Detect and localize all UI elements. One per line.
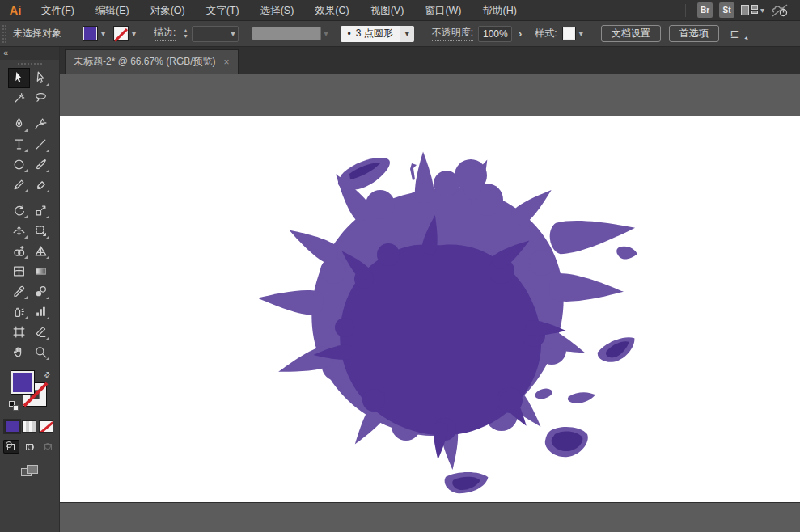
tool-curvature[interactable]: [30, 114, 52, 134]
stroke-chevron-icon[interactable]: ▾: [132, 30, 136, 38]
width-profile-dropdown[interactable]: [252, 27, 321, 40]
default-fill-stroke-icon[interactable]: [9, 401, 19, 411]
stroke-weight-label[interactable]: 描边:: [154, 26, 176, 41]
opacity-value-field[interactable]: 100%: [478, 26, 512, 42]
panel-drag-grip[interactable]: [18, 63, 42, 65]
menu-file[interactable]: 文件(F): [31, 0, 85, 21]
bridge-button[interactable]: Br: [697, 2, 713, 18]
tool-type[interactable]: [8, 134, 30, 154]
tool-free-transform[interactable]: [30, 221, 52, 241]
stroke-color-swatch[interactable]: [113, 26, 129, 41]
tab-close-icon[interactable]: ×: [224, 57, 230, 68]
document-setup-button[interactable]: 文档设置: [601, 25, 661, 42]
tool-direct-selection[interactable]: [30, 68, 52, 88]
menu-view[interactable]: 视图(V): [360, 0, 415, 21]
panel-collapse-icon[interactable]: «: [0, 47, 59, 60]
document-tab[interactable]: 未标题-2* @ 66.67% (RGB/预览) ×: [65, 49, 239, 74]
menu-bar: Ai 文件(F) 编辑(E) 对象(O) 文字(T) 选择(S) 效果(C) 视…: [0, 0, 800, 21]
tool-artboard[interactable]: [8, 322, 30, 342]
none-button[interactable]: [39, 420, 53, 433]
brush-name: 3 点圆形: [356, 27, 393, 40]
menu-help[interactable]: 帮助(H): [472, 0, 527, 21]
tool-blend[interactable]: [30, 281, 52, 302]
menu-object[interactable]: 对象(O): [140, 0, 196, 21]
tool-pen[interactable]: [8, 114, 30, 134]
menu-select[interactable]: 选择(S): [250, 0, 305, 21]
width-profile-chevron-icon[interactable]: ▾: [324, 30, 328, 38]
workspace-switcher-icon[interactable]: ▾: [741, 5, 764, 15]
canvas-pasteboard[interactable]: [60, 74, 800, 532]
tool-shape-builder[interactable]: [8, 241, 30, 261]
draw-inside-button[interactable]: [40, 440, 57, 454]
color-button[interactable]: [5, 420, 19, 433]
screen-mode-button[interactable]: [21, 465, 39, 478]
tool-gradient[interactable]: [30, 261, 52, 281]
style-label: 样式:: [535, 27, 557, 40]
swap-fill-stroke-icon[interactable]: ⇄: [41, 369, 53, 381]
draw-behind-button[interactable]: [21, 440, 38, 454]
tool-column-graph[interactable]: [30, 302, 52, 322]
stroke-weight-stepper[interactable]: ▴ ▾: [180, 28, 190, 39]
fill-stroke-indicator: ⇄: [9, 370, 51, 412]
tool-mesh[interactable]: [8, 261, 30, 281]
tool-eyedropper[interactable]: [8, 281, 30, 302]
tools-panel: « ⇄: [0, 47, 60, 532]
tool-selection[interactable]: [8, 68, 30, 88]
divider: [685, 4, 686, 17]
brush-chevron[interactable]: ▾: [400, 26, 414, 42]
brush-dropdown[interactable]: • 3 点圆形: [341, 26, 399, 42]
document-tab-bar: 未标题-2* @ 66.67% (RGB/预览) ×: [60, 47, 800, 74]
opacity-panel-arrow-icon[interactable]: ›: [519, 27, 522, 40]
gradient-button[interactable]: [22, 420, 36, 433]
style-swatch[interactable]: [562, 27, 576, 40]
sync-disabled-icon[interactable]: [771, 3, 789, 18]
tool-hand[interactable]: [8, 342, 30, 362]
tool-slice[interactable]: [30, 322, 52, 342]
tool-symbol-sprayer[interactable]: [8, 302, 30, 322]
drawing-mode-buttons: [3, 440, 57, 454]
stock-button[interactable]: St: [719, 2, 734, 18]
fill-color-swatch[interactable]: [83, 26, 98, 41]
menu-window[interactable]: 窗口(W): [414, 0, 472, 21]
tool-lasso[interactable]: [30, 88, 52, 108]
color-mode-buttons: [5, 420, 55, 433]
tool-eraser[interactable]: [30, 175, 52, 195]
brush-preview-dot: •: [347, 28, 350, 40]
align-options-icon[interactable]: [730, 27, 747, 40]
tool-paintbrush[interactable]: [30, 154, 52, 175]
ink-splat-artwork[interactable]: [259, 141, 647, 505]
tool-rotate[interactable]: [8, 201, 30, 221]
selection-status: 未选择对象: [13, 27, 61, 40]
tool-shaper[interactable]: [8, 175, 30, 195]
tool-perspective-grid[interactable]: [30, 241, 52, 261]
style-chevron-icon[interactable]: ▾: [579, 30, 583, 38]
panel-grip[interactable]: [2, 25, 6, 43]
fill-chevron-icon[interactable]: ▾: [101, 30, 105, 38]
tool-scale[interactable]: [30, 201, 52, 221]
app-logo: Ai: [0, 3, 31, 17]
tool-zoom[interactable]: [30, 342, 52, 362]
tool-line-segment[interactable]: [30, 134, 52, 154]
document-tab-title: 未标题-2* @ 66.67% (RGB/预览): [74, 55, 216, 69]
tool-ellipse[interactable]: [8, 154, 30, 175]
draw-normal-button[interactable]: [3, 440, 20, 454]
menu-type[interactable]: 文字(T): [196, 0, 250, 21]
menu-effect[interactable]: 效果(C): [304, 0, 359, 21]
stroke-weight-dropdown[interactable]: ▾: [192, 26, 239, 42]
fill-well[interactable]: [11, 370, 35, 395]
tool-width[interactable]: [8, 221, 30, 241]
opacity-label[interactable]: 不透明度:: [432, 26, 473, 41]
tool-magic-wand[interactable]: [8, 88, 30, 108]
menu-edit[interactable]: 编辑(E): [85, 0, 140, 21]
control-bar: 未选择对象 ▾ ▾ 描边: ▴ ▾ ▾ ▾ • 3 点圆形 ▾ 不透明度: 10…: [0, 21, 800, 47]
preferences-button[interactable]: 首选项: [669, 25, 719, 42]
